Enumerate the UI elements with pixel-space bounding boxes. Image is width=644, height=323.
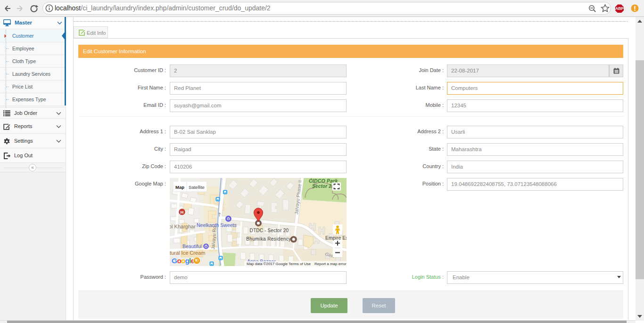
svg-text:G: G [172,257,177,265]
svg-text:Report a map error: Report a map error [314,262,347,266]
svg-text:Satellite: Satellite [189,185,205,190]
svg-text:atural Ice Cream: atural Ice Cream [170,250,205,256]
svg-text:Map: Map [175,185,184,190]
svg-text:DTDC - Sector 20: DTDC - Sector 20 [250,228,289,233]
svg-text:Bhumika Residency: Bhumika Residency [246,236,291,242]
svg-text:Sector 20: Sector 20 [312,184,334,189]
svg-text:Beautiful: Beautiful [182,243,202,249]
svg-text:Neelkanth Sweets: Neelkanth Sweets [197,222,237,228]
svg-text:Terms of Use: Terms of Use [289,262,311,266]
svg-text:ABP: ABP [615,7,624,11]
svg-text:H: H [181,210,184,215]
svg-text:Map data ©2017 Google: Map data ©2017 Google [247,262,288,266]
svg-text:ol Kharghar: ol Kharghar [170,224,196,229]
svg-text:Empire Es: Empire Es [325,235,347,241]
